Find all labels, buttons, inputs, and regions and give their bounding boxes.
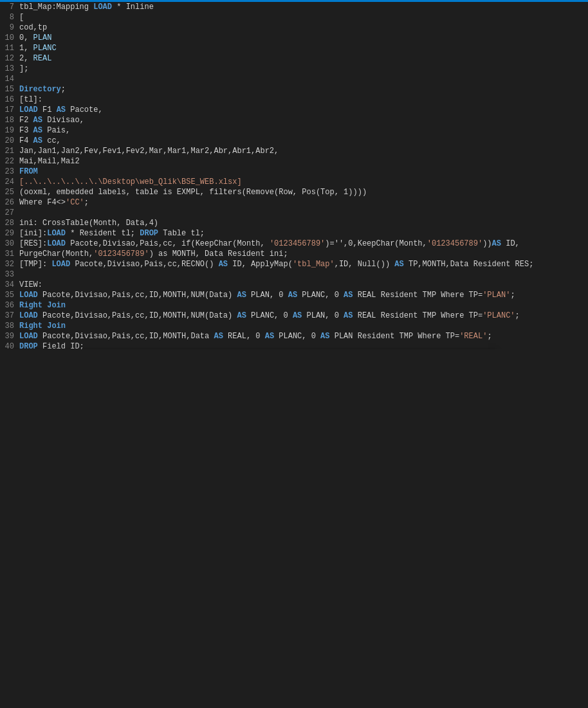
line-content: [..\..\..\..\..\.\Desktop\web_Qlik\BSE_W… — [19, 177, 588, 187]
code-line: 17LOAD F1 AS Pacote, — [0, 105, 588, 115]
line-number: 34 — [0, 280, 19, 290]
line-content: LOAD Pacote,Divisao,Pais,cc,ID,MONTH,Dat… — [19, 331, 588, 341]
line-content: [ — [19, 12, 588, 23]
line-content: PurgeChar(Month,'0123456789') as MONTH, … — [19, 249, 588, 259]
code-line: 111, PLANC — [0, 43, 588, 53]
line-content: cod,tp — [19, 23, 588, 33]
line-content: tbl_Map:Mapping LOAD * Inline — [19, 2, 588, 12]
code-line: 13]; — [0, 64, 588, 74]
code-line: 35LOAD Pacote,Divisao,Pais,cc,ID,MONTH,N… — [0, 290, 588, 300]
code-line: 32[TMP]: LOAD Pacote,Divisao,Pais,cc,REC… — [0, 259, 588, 269]
code-line: 36Right Join — [0, 300, 588, 311]
line-number: 36 — [0, 300, 19, 311]
line-content: ]; — [19, 64, 588, 74]
line-number: 14 — [0, 74, 19, 84]
line-content: 2, REAL — [19, 53, 588, 64]
line-number: 25 — [0, 187, 19, 197]
line-number: 7 — [0, 2, 19, 12]
line-number: 35 — [0, 290, 19, 300]
code-line: 34VIEW: — [0, 280, 588, 290]
line-number: 18 — [0, 115, 19, 125]
code-line: 18 F2 AS Divisao, — [0, 115, 588, 125]
line-content: DROP Field ID; — [19, 341, 588, 349]
line-number: 10 — [0, 33, 19, 43]
line-number: 26 — [0, 197, 19, 208]
line-number: 32 — [0, 259, 19, 269]
code-line: 40DROP Field ID; — [0, 341, 588, 349]
line-number: 19 — [0, 125, 19, 136]
code-line: 8[ — [0, 12, 588, 23]
line-content: VIEW: — [19, 280, 588, 290]
line-number: 17 — [0, 105, 19, 115]
line-number: 38 — [0, 321, 19, 331]
line-number: 40 — [0, 341, 19, 349]
code-line: 21 Jan,Jan1,Jan2,Fev,Fev1,Fev2,Mar,Mar1,… — [0, 146, 588, 156]
line-number: 11 — [0, 43, 19, 53]
code-line: 22 Mai,Mail,Mai2 — [0, 156, 588, 167]
line-number: 37 — [0, 311, 19, 321]
line-content: [ini]:LOAD * Resident tl; DROP Table tl; — [19, 228, 588, 239]
line-content: LOAD Pacote,Divisao,Pais,cc,ID,MONTH,NUM… — [19, 290, 588, 300]
code-line: 20 F4 AS cc, — [0, 136, 588, 146]
line-content: LOAD F1 AS Pacote, — [19, 105, 588, 115]
line-number: 29 — [0, 228, 19, 239]
line-number: 30 — [0, 239, 19, 249]
line-content: Mai,Mail,Mai2 — [19, 156, 588, 167]
code-line: 26Where F4<>'CC'; — [0, 197, 588, 208]
line-content: LOAD Pacote,Divisao,Pais,cc,ID,MONTH,NUM… — [19, 311, 588, 321]
code-line: 122, REAL — [0, 53, 588, 64]
code-line: 31 PurgeChar(Month,'0123456789') as MONT… — [0, 249, 588, 259]
line-content: ini: CrossTable(Month, Data,4) — [19, 218, 588, 228]
code-line: 19 F3 AS Pais, — [0, 125, 588, 136]
line-number: 12 — [0, 53, 19, 64]
code-line: 33 — [0, 269, 588, 280]
line-number: 24 — [0, 177, 19, 187]
line-number: 16 — [0, 95, 19, 105]
line-content: Right Join — [19, 321, 588, 331]
code-line: 27 — [0, 208, 588, 218]
code-editor: 7tbl_Map:Mapping LOAD * Inline8[9cod,tp1… — [0, 2, 588, 349]
line-number: 23 — [0, 167, 19, 177]
line-number: 13 — [0, 64, 19, 74]
line-content: 1, PLANC — [19, 43, 588, 53]
code-line: 38Right Join — [0, 321, 588, 331]
line-number: 31 — [0, 249, 19, 259]
line-number: 33 — [0, 269, 19, 280]
line-number: 20 — [0, 136, 19, 146]
line-number: 27 — [0, 208, 19, 218]
line-content: F2 AS Divisao, — [19, 115, 588, 125]
line-number: 22 — [0, 156, 19, 167]
code-line: 15Directory; — [0, 84, 588, 95]
line-number: 28 — [0, 218, 19, 228]
line-content: [TMP]: LOAD Pacote,Divisao,Pais,cc,RECNO… — [19, 259, 588, 269]
line-content: Directory; — [19, 84, 588, 95]
code-line: 7tbl_Map:Mapping LOAD * Inline — [0, 2, 588, 12]
code-line: 14 — [0, 74, 588, 84]
line-content: [tl]: — [19, 95, 588, 105]
code-line: 100, PLAN — [0, 33, 588, 43]
line-content: FROM — [19, 167, 588, 177]
line-number: 8 — [0, 12, 19, 23]
code-line: 23FROM — [0, 167, 588, 177]
line-number: 21 — [0, 146, 19, 156]
line-number: 15 — [0, 84, 19, 95]
code-line: 28 ini: CrossTable(Month, Data,4) — [0, 218, 588, 228]
line-content: F3 AS Pais, — [19, 125, 588, 136]
code-line: 25(ooxml, embedded labels, table is EXMP… — [0, 187, 588, 197]
line-content: Where F4<>'CC'; — [19, 197, 588, 208]
code-line: 37LOAD Pacote,Divisao,Pais,cc,ID,MONTH,N… — [0, 311, 588, 321]
line-content: Jan,Jan1,Jan2,Fev,Fev1,Fev2,Mar,Mar1,Mar… — [19, 146, 588, 156]
line-number: 9 — [0, 23, 19, 33]
line-content: [RES]:LOAD Pacote,Divisao,Pais,cc, if(Ke… — [19, 239, 588, 249]
code-line: 24[..\..\..\..\..\.\Desktop\web_Qlik\BSE… — [0, 177, 588, 187]
line-content: (ooxml, embedded labels, table is EXMPL,… — [19, 187, 588, 197]
line-content: 0, PLAN — [19, 33, 588, 43]
code-line: 30[RES]:LOAD Pacote,Divisao,Pais,cc, if(… — [0, 239, 588, 249]
code-line: 16[tl]: — [0, 95, 588, 105]
code-line: 29[ini]:LOAD * Resident tl; DROP Table t… — [0, 228, 588, 239]
code-line: 39LOAD Pacote,Divisao,Pais,cc,ID,MONTH,D… — [0, 331, 588, 341]
code-line: 9cod,tp — [0, 23, 588, 33]
line-content: F4 AS cc, — [19, 136, 588, 146]
line-number: 39 — [0, 331, 19, 341]
line-content: Right Join — [19, 300, 588, 311]
